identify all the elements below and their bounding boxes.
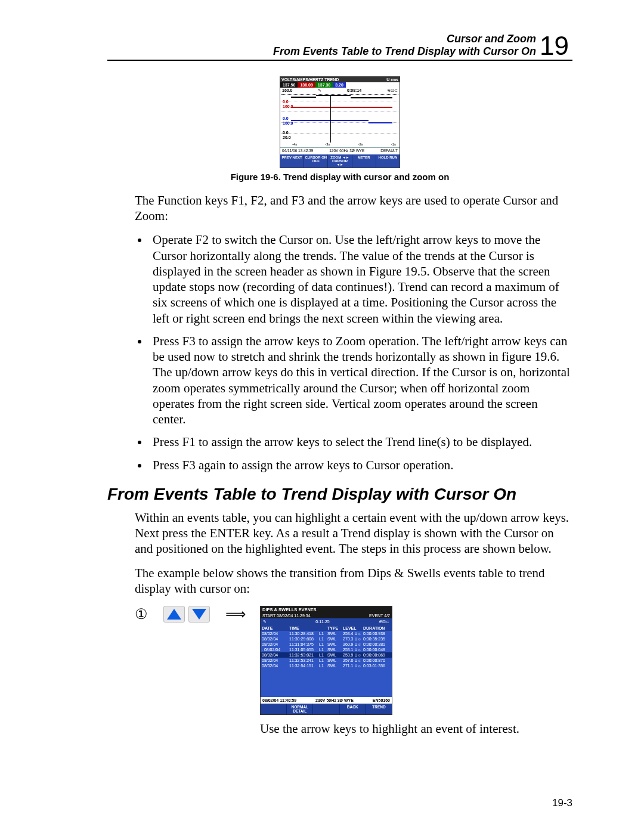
table-row[interactable]: : 08/02/0411:31:05:655L1SWL253.1 U☼0:00:… [261, 647, 392, 652]
trend-cursor-line [330, 95, 331, 143]
arrow-up-icon [167, 609, 181, 620]
battery-icon: ⚟⊡⊂ [387, 88, 398, 92]
implies-arrow-icon: ⟹ [225, 606, 244, 623]
header-subtopic: From Events Table to Trend Display with … [273, 45, 536, 58]
softkey-f1[interactable] [261, 704, 287, 714]
trend-plot: 0.0 160.0 0.0 160.0 0.0 20.0 [281, 94, 398, 143]
bullet-item: Operate F2 to switch the Cursor on. Use … [149, 232, 572, 326]
softkey-f5[interactable]: TREND [366, 704, 392, 714]
trend-softkeys: PREV NEXT CURSOR ON OFF ZOOM ◄► CURSOR ◄… [280, 154, 400, 168]
trend-status-bar: 04/11/06 13:42:39 120V 60Hz 3Ø WYE DEFAU… [280, 147, 400, 154]
section-paragraph: The example below shows the transition f… [135, 565, 572, 597]
chapter-number: 19 [540, 34, 569, 58]
arrow-down-icon [192, 609, 206, 620]
page-number: 19-3 [552, 797, 572, 809]
intro-paragraph: The Function keys F1, F2, and F3 and the… [135, 193, 572, 224]
softkey-f5[interactable]: HOLD RUN [376, 154, 400, 168]
trend-value-bar: 137.50 138.09 137.30 3.20 [280, 82, 400, 88]
events-softkeys: NORMAL DETAIL BACK TREND [261, 704, 392, 714]
trend-units: U rms [386, 78, 398, 82]
trend-title: VOLTS/AMPS/HERTZ TREND [281, 78, 339, 82]
page-header: Cursor and Zoom From Events Table to Tre… [107, 33, 572, 57]
step-instruction: Use the arrow keys to highlight an event… [260, 721, 522, 736]
softkey-f1[interactable]: PREV NEXT [280, 154, 304, 168]
arrow-keys-icon [163, 606, 210, 623]
bullet-item: Press F1 to assign the arrow keys to sel… [149, 434, 572, 450]
events-screenshot: DIPS & SWELLS EVENTS START 08/02/04 11:2… [260, 606, 392, 715]
cursor-icon: ✎ [263, 620, 267, 624]
bullet-item: Press F3 again to assign the arrow keys … [149, 457, 572, 473]
bullet-list: Operate F2 to switch the Cursor on. Use … [149, 232, 572, 473]
section-paragraph: Within an events table, you can highligh… [135, 510, 572, 557]
softkey-f2[interactable]: NORMAL DETAIL [287, 704, 313, 714]
softkey-f4[interactable]: METER [352, 154, 376, 168]
table-row[interactable]: 08/02/0411:31:04:375L1SWL260.9 U☼0:00:00… [261, 642, 392, 647]
step-number-icon: ① [135, 606, 148, 623]
header-rule [107, 60, 572, 61]
table-row[interactable]: 08/02/0411:30:29:808L1SWL270.3 U☼0:00:35… [261, 636, 392, 642]
figure-caption: Figure 19-6. Trend display with cursor a… [107, 172, 572, 182]
trend-screenshot: VOLTS/AMPS/HERTZ TREND U rms 137.50 138.… [280, 76, 400, 168]
section-heading: From Events Table to Trend Display with … [107, 485, 572, 504]
table-row[interactable]: 08/02/0411:32:53:021L1SWL253.9 U☼0:00:00… [261, 652, 392, 658]
header-topic: Cursor and Zoom [273, 33, 536, 45]
events-status-bar: 08/02/04 11:40:59 230V 50Hz 3Ø WYE EN501… [261, 697, 392, 704]
table-row[interactable]: 08/02/0411:30:28:418L1SWL253.4 U☼0:00:00… [261, 631, 392, 636]
softkey-f4[interactable]: BACK [340, 704, 366, 714]
softkey-f3[interactable]: ZOOM ◄► CURSOR ◄► [328, 154, 352, 168]
events-columns: DATE TIME TYPE LEVEL DURATION [261, 625, 392, 631]
step-row: ① ⟹ DIPS & SWELLS EVENTS START 08/02/04 … [135, 606, 572, 736]
table-row[interactable]: 08/02/0411:32:54:151L1SWL271.1 U☼0:03:01… [261, 663, 392, 668]
bullet-item: Press F3 to assign the arrow keys to Zoo… [149, 333, 572, 428]
events-counter: EVENT 4/7 [369, 614, 390, 618]
events-title: DIPS & SWELLS EVENTS [262, 607, 316, 612]
events-start: START 08/02/04 11:29:34 [262, 614, 311, 618]
softkey-f3[interactable] [313, 704, 339, 714]
cursor-icon: ✎ [318, 88, 321, 92]
battery-icon: ⚟⊡⊂ [379, 620, 389, 624]
softkey-f2[interactable]: CURSOR ON OFF [304, 154, 328, 168]
table-row[interactable]: 08/02/0411:32:53:241L1SWL257.0 U☼0:00:00… [261, 658, 392, 663]
